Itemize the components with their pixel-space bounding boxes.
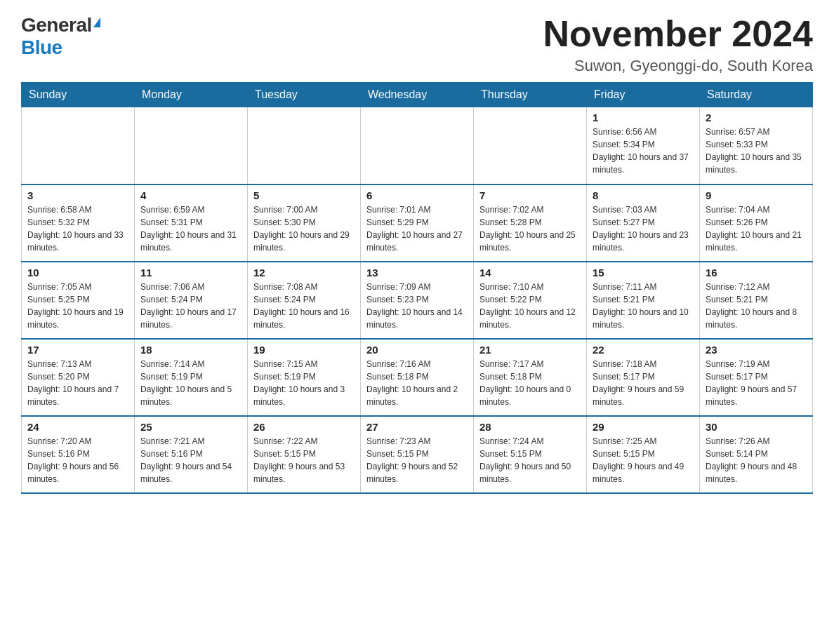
calendar-week-row: 17Sunrise: 7:13 AMSunset: 5:20 PMDayligh… [22,339,813,416]
calendar-cell: 2Sunrise: 6:57 AMSunset: 5:33 PMDaylight… [700,107,813,185]
day-number: 4 [140,189,241,201]
day-number: 26 [253,421,355,433]
day-number: 24 [27,421,128,433]
calendar-cell: 26Sunrise: 7:22 AMSunset: 5:15 PMDayligh… [248,416,361,493]
calendar-cell: 13Sunrise: 7:09 AMSunset: 5:23 PMDayligh… [361,262,474,339]
calendar-week-row: 24Sunrise: 7:20 AMSunset: 5:16 PMDayligh… [22,416,813,493]
day-number: 3 [27,189,128,201]
day-info: Sunrise: 7:17 AMSunset: 5:18 PMDaylight:… [479,358,581,408]
day-info: Sunrise: 6:58 AMSunset: 5:32 PMDaylight:… [27,203,128,254]
day-number: 5 [253,189,355,201]
calendar-cell: 16Sunrise: 7:12 AMSunset: 5:21 PMDayligh… [700,262,813,339]
calendar-cell: 1Sunrise: 6:56 AMSunset: 5:34 PMDaylight… [587,107,700,185]
day-number: 21 [479,344,581,356]
calendar-cell: 6Sunrise: 7:01 AMSunset: 5:29 PMDaylight… [361,185,474,262]
day-number: 22 [593,344,694,356]
location-title: Suwon, Gyeonggi-do, South Korea [543,57,813,75]
logo: General Blue [21,14,100,59]
calendar-cell: 15Sunrise: 7:11 AMSunset: 5:21 PMDayligh… [587,262,700,339]
calendar-cell: 25Sunrise: 7:21 AMSunset: 5:16 PMDayligh… [135,416,248,493]
day-info: Sunrise: 7:04 AMSunset: 5:26 PMDaylight:… [706,203,807,254]
calendar-cell: 19Sunrise: 7:15 AMSunset: 5:19 PMDayligh… [248,339,361,416]
calendar-cell: 17Sunrise: 7:13 AMSunset: 5:20 PMDayligh… [22,339,135,416]
calendar-cell: 23Sunrise: 7:19 AMSunset: 5:17 PMDayligh… [700,339,813,416]
day-info: Sunrise: 7:18 AMSunset: 5:17 PMDaylight:… [593,358,694,408]
day-number: 17 [27,344,128,356]
day-info: Sunrise: 7:02 AMSunset: 5:28 PMDaylight:… [479,203,581,254]
calendar-week-row: 10Sunrise: 7:05 AMSunset: 5:25 PMDayligh… [22,262,813,339]
day-info: Sunrise: 7:14 AMSunset: 5:19 PMDaylight:… [140,358,241,408]
day-number: 16 [706,267,807,279]
calendar-cell: 22Sunrise: 7:18 AMSunset: 5:17 PMDayligh… [587,339,700,416]
calendar-cell [474,107,587,185]
calendar-cell: 20Sunrise: 7:16 AMSunset: 5:18 PMDayligh… [361,339,474,416]
day-info: Sunrise: 7:01 AMSunset: 5:29 PMDaylight:… [366,203,468,254]
calendar-cell: 24Sunrise: 7:20 AMSunset: 5:16 PMDayligh… [22,416,135,493]
day-number: 11 [140,267,241,279]
day-number: 9 [706,189,807,201]
day-info: Sunrise: 7:13 AMSunset: 5:20 PMDaylight:… [27,358,128,408]
day-info: Sunrise: 7:06 AMSunset: 5:24 PMDaylight:… [140,281,241,331]
calendar-cell: 10Sunrise: 7:05 AMSunset: 5:25 PMDayligh… [22,262,135,339]
day-number: 8 [593,189,694,201]
weekday-header-tuesday: Tuesday [248,83,361,107]
day-info: Sunrise: 6:57 AMSunset: 5:33 PMDaylight:… [706,126,807,176]
calendar-cell: 30Sunrise: 7:26 AMSunset: 5:14 PMDayligh… [700,416,813,493]
calendar-cell: 4Sunrise: 6:59 AMSunset: 5:31 PMDaylight… [135,185,248,262]
calendar-cell: 29Sunrise: 7:25 AMSunset: 5:15 PMDayligh… [587,416,700,493]
day-info: Sunrise: 7:23 AMSunset: 5:15 PMDaylight:… [366,435,468,485]
day-number: 2 [706,112,807,123]
day-info: Sunrise: 7:26 AMSunset: 5:14 PMDaylight:… [706,435,807,485]
day-number: 28 [479,421,581,433]
logo-general-text: General [21,14,92,36]
day-info: Sunrise: 7:08 AMSunset: 5:24 PMDaylight:… [253,281,355,331]
month-title: November 2024 [543,14,813,54]
day-number: 7 [479,189,581,201]
day-info: Sunrise: 7:15 AMSunset: 5:19 PMDaylight:… [253,358,355,408]
day-number: 27 [366,421,468,433]
day-number: 14 [479,267,581,279]
day-info: Sunrise: 6:56 AMSunset: 5:34 PMDaylight:… [593,126,694,176]
weekday-header-monday: Monday [135,83,248,107]
calendar-week-row: 1Sunrise: 6:56 AMSunset: 5:34 PMDaylight… [22,107,813,185]
day-info: Sunrise: 7:16 AMSunset: 5:18 PMDaylight:… [366,358,468,408]
calendar-cell: 14Sunrise: 7:10 AMSunset: 5:22 PMDayligh… [474,262,587,339]
page-header: General Blue November 2024 Suwon, Gyeong… [21,14,813,75]
day-number: 30 [706,421,807,433]
day-info: Sunrise: 7:00 AMSunset: 5:30 PMDaylight:… [253,203,355,254]
calendar-cell: 11Sunrise: 7:06 AMSunset: 5:24 PMDayligh… [135,262,248,339]
calendar-cell: 3Sunrise: 6:58 AMSunset: 5:32 PMDaylight… [22,185,135,262]
calendar-cell: 8Sunrise: 7:03 AMSunset: 5:27 PMDaylight… [587,185,700,262]
day-info: Sunrise: 7:24 AMSunset: 5:15 PMDaylight:… [479,435,581,485]
day-number: 15 [593,267,694,279]
day-info: Sunrise: 7:22 AMSunset: 5:15 PMDaylight:… [253,435,355,485]
calendar-cell: 7Sunrise: 7:02 AMSunset: 5:28 PMDaylight… [474,185,587,262]
calendar-table: SundayMondayTuesdayWednesdayThursdayFrid… [21,82,813,494]
title-section: November 2024 Suwon, Gyeonggi-do, South … [543,14,813,75]
day-number: 13 [366,267,468,279]
calendar-week-row: 3Sunrise: 6:58 AMSunset: 5:32 PMDaylight… [22,185,813,262]
calendar-cell [248,107,361,185]
calendar-header-row: SundayMondayTuesdayWednesdayThursdayFrid… [22,83,813,107]
day-number: 19 [253,344,355,356]
day-number: 12 [253,267,355,279]
weekday-header-thursday: Thursday [474,83,587,107]
day-number: 1 [593,112,694,123]
day-number: 10 [27,267,128,279]
calendar-cell: 12Sunrise: 7:08 AMSunset: 5:24 PMDayligh… [248,262,361,339]
day-number: 6 [366,189,468,201]
day-info: Sunrise: 7:03 AMSunset: 5:27 PMDaylight:… [593,203,694,254]
day-number: 25 [140,421,241,433]
logo-blue-text: Blue [21,36,62,59]
day-number: 20 [366,344,468,356]
day-info: Sunrise: 7:11 AMSunset: 5:21 PMDaylight:… [593,281,694,331]
day-number: 18 [140,344,241,356]
weekday-header-saturday: Saturday [700,83,813,107]
weekday-header-wednesday: Wednesday [361,83,474,107]
day-info: Sunrise: 7:05 AMSunset: 5:25 PMDaylight:… [27,281,128,331]
day-info: Sunrise: 7:20 AMSunset: 5:16 PMDaylight:… [27,435,128,485]
day-number: 23 [706,344,807,356]
day-info: Sunrise: 6:59 AMSunset: 5:31 PMDaylight:… [140,203,241,254]
day-info: Sunrise: 7:25 AMSunset: 5:15 PMDaylight:… [593,435,694,485]
calendar-cell: 9Sunrise: 7:04 AMSunset: 5:26 PMDaylight… [700,185,813,262]
